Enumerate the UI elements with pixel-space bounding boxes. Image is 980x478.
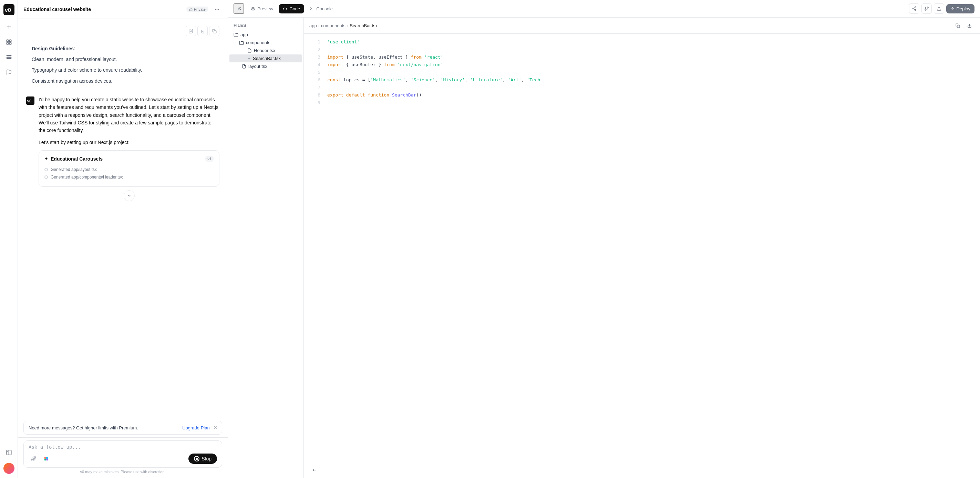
upload-button[interactable] xyxy=(934,3,944,14)
spinning-loader-icon: ✦ xyxy=(247,56,251,61)
line-number: 1 xyxy=(309,39,320,45)
input-left-actions xyxy=(29,454,51,464)
design-guidelines-message: Design Guidelines: Clean, modern, and pr… xyxy=(26,26,220,89)
line-number: 2 xyxy=(309,47,320,52)
svg-point-29 xyxy=(912,8,913,9)
stop-button[interactable]: Stop xyxy=(188,454,217,464)
collapse-sidebar-button[interactable] xyxy=(309,465,320,475)
user-avatar[interactable] xyxy=(3,463,14,474)
project-card-title: ✦ Educational Carousels xyxy=(45,156,103,162)
share-button[interactable] xyxy=(909,3,920,14)
svg-point-16 xyxy=(215,9,216,10)
file-tree: Files app components Header.tsx ✦ Search… xyxy=(228,18,304,478)
attach-button[interactable] xyxy=(29,454,39,464)
layout-icon[interactable] xyxy=(3,446,15,459)
sidebar-bottom xyxy=(3,446,15,474)
file-header-tsx[interactable]: Header.tsx xyxy=(229,46,302,54)
svg-rect-22 xyxy=(45,457,46,459)
tab-preview[interactable]: Preview xyxy=(247,4,277,13)
svg-rect-12 xyxy=(6,450,11,455)
chat-title: Educational carousel website xyxy=(24,6,183,12)
deploy-button[interactable]: Deploy xyxy=(946,4,975,13)
code-bottom-bar xyxy=(304,462,980,478)
chat-panel: Educational carousel website Private xyxy=(18,0,228,478)
code-view: 1'use client'23import { useState, useEff… xyxy=(304,34,980,462)
breadcrumb-sep-1: › xyxy=(318,23,320,28)
svg-point-26 xyxy=(253,8,253,9)
copy-message-button[interactable] xyxy=(209,26,220,36)
file-searchbar-tsx[interactable]: ✦ SearchBar.tsx xyxy=(229,54,302,62)
fork-button[interactable] xyxy=(921,3,932,14)
tab-console[interactable]: Console xyxy=(305,4,337,13)
app-logo[interactable]: v0 xyxy=(3,4,14,15)
dot-icon xyxy=(45,175,48,179)
code-body: Files app components Header.tsx ✦ Search… xyxy=(228,18,980,478)
input-actions: Stop xyxy=(29,454,217,464)
svg-point-34 xyxy=(927,7,928,8)
svg-marker-37 xyxy=(951,7,954,10)
chat-header: Educational carousel website Private xyxy=(18,0,228,19)
chat-messages: Design Guidelines: Clean, modern, and pr… xyxy=(18,19,228,418)
edit-message-button[interactable] xyxy=(186,26,196,36)
code-line: 4import { useRouter } from 'next/navigat… xyxy=(304,62,980,70)
file-layout-tsx[interactable]: layout.tsx xyxy=(229,62,302,70)
flag-icon[interactable] xyxy=(3,66,15,78)
svg-point-25 xyxy=(46,459,48,460)
sidebar: v0 xyxy=(0,0,18,478)
svg-rect-24 xyxy=(45,459,46,460)
folder-app[interactable]: app xyxy=(228,31,304,38)
svg-point-18 xyxy=(218,9,219,10)
project-card-header: ✦ Educational Carousels v1 xyxy=(45,156,213,162)
download-code-button[interactable] xyxy=(964,20,975,31)
code-line: 8export default function SearchBar() xyxy=(304,92,980,100)
breadcrumb-actions xyxy=(953,20,975,31)
ai-message: v0 I'd be happy to help you create a sta… xyxy=(26,96,220,201)
svg-point-28 xyxy=(915,6,916,8)
code-content: import { useRouter } from 'next/navigati… xyxy=(327,62,443,67)
code-line: 9 xyxy=(304,100,980,108)
spinner-icon: ✦ xyxy=(45,156,48,161)
copy-code-button[interactable] xyxy=(953,20,963,31)
generated-item-2: Generated app/components/Header.tsx xyxy=(45,173,213,181)
line-number: 8 xyxy=(309,92,320,97)
code-line: 2 xyxy=(304,47,980,54)
svg-rect-8 xyxy=(6,56,11,56)
code-content: export default function SearchBar() xyxy=(327,92,422,97)
svg-text:v0: v0 xyxy=(27,99,31,103)
code-header-right: Deploy xyxy=(909,3,975,14)
svg-line-31 xyxy=(913,9,915,10)
code-content: const topics = ['Mathematics', 'Science'… xyxy=(327,77,540,82)
line-number: 3 xyxy=(309,54,320,60)
message-toolbar xyxy=(186,26,220,36)
svg-line-32 xyxy=(913,8,915,8)
disclaimer-text: v0 may make mistakes. Please use with di… xyxy=(24,470,222,474)
figma-button[interactable] xyxy=(41,454,51,464)
line-number: 4 xyxy=(309,62,320,67)
svg-rect-15 xyxy=(189,9,192,11)
ai-avatar-icon: v0 xyxy=(26,97,35,105)
code-line: 7 xyxy=(304,85,980,92)
collapse-panel-button[interactable] xyxy=(234,3,244,14)
svg-rect-19 xyxy=(213,30,216,33)
upgrade-plan-link[interactable]: Upgrade Plan xyxy=(182,425,210,430)
tab-code[interactable]: Code xyxy=(279,4,304,13)
close-banner-button[interactable]: × xyxy=(211,425,217,431)
delete-message-button[interactable] xyxy=(197,26,208,36)
folder-components[interactable]: components xyxy=(228,38,304,46)
expand-card-button[interactable] xyxy=(124,190,135,201)
svg-rect-9 xyxy=(6,57,11,57)
home-icon[interactable] xyxy=(3,36,15,48)
svg-rect-38 xyxy=(957,25,959,27)
design-guidelines-block: Design Guidelines: Clean, modern, and pr… xyxy=(26,43,220,89)
line-number: 7 xyxy=(309,85,320,90)
more-options-button[interactable] xyxy=(212,4,222,14)
breadcrumb: app › components › SearchBar.tsx xyxy=(304,18,980,34)
add-icon[interactable] xyxy=(3,21,15,33)
layers-icon[interactable] xyxy=(3,51,15,64)
svg-point-30 xyxy=(915,9,916,11)
code-content: import { useState, useEffect } from 'rea… xyxy=(327,54,443,60)
chat-input[interactable] xyxy=(29,444,217,450)
code-header-tabs: Preview Code Console xyxy=(247,4,906,13)
code-content: 'use client' xyxy=(327,39,360,45)
project-card: ✦ Educational Carousels v1 Generated app… xyxy=(38,150,220,187)
